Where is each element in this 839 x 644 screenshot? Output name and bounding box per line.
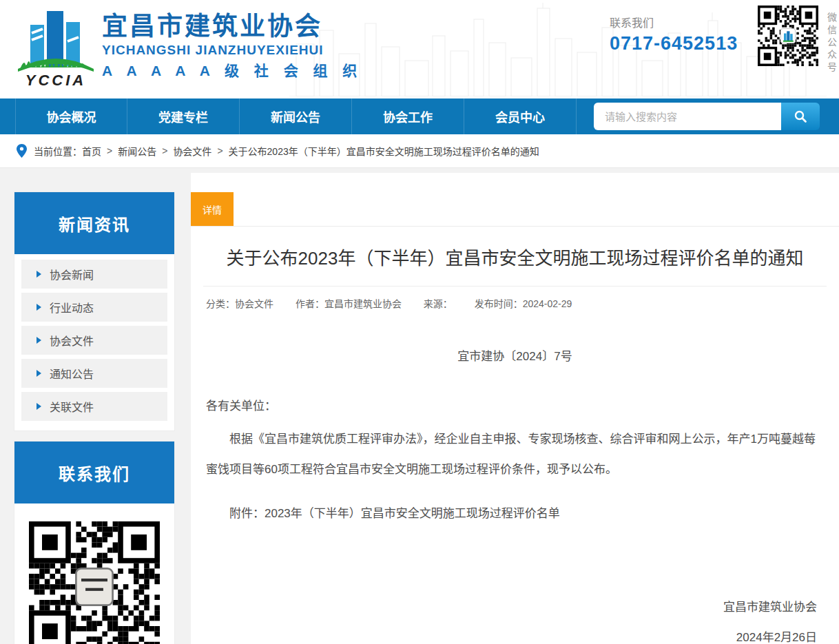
contact-phone: 0717-6452513 [610,33,738,54]
svg-text:YCCIA: YCCIA [25,72,86,89]
nav-item-members[interactable]: 会员中心 [464,98,577,134]
sidebar-item-label: 协会新闻 [50,266,94,282]
arrow-right-icon [37,271,41,278]
sidebar-contact-box: 联系我们 [14,441,175,644]
logo-buildings-icon: YCCIA [15,6,96,90]
main-nav: 协会概况 党建专栏 新闻公告 协会工作 会员中心 [0,98,839,134]
breadcrumb-home[interactable]: 首页 [82,144,101,158]
meta-category-label: 分类： [206,298,235,309]
sidebar-item-label: 协会文件 [50,332,94,349]
contact-qr-code [29,521,160,644]
article-body: 宜市建协〔2024〕7号 各有关单位： 根据《宜昌市建筑优质工程评审办法》，经企… [191,342,839,644]
sidebar-item-label: 行业动态 [50,299,94,315]
header-contact: 联系我们 0717-6452513 [610,14,738,54]
meta-author-label: 作者： [296,298,324,309]
attachment-line: 附件：2023年（下半年）宜昌市安全文明施工现场过程评价名单 [206,499,824,529]
arrow-right-icon [37,304,41,311]
meta-date-label: 发布时间： [475,298,523,309]
nav-item-overview[interactable]: 协会概况 [15,98,127,134]
search-bar [594,103,820,130]
sidebar-news-title: 新闻资讯 [14,192,174,254]
salutation: 各有关单位： [206,391,824,422]
breadcrumb: 当前位置： 首页 > 新闻公告 > 协会文件 > 关于公布2023年（下半年）宜… [0,134,839,168]
meta-source-label: 来源： [424,298,453,309]
site-title: 宜昌市建筑业协会 [102,12,362,41]
arrow-right-icon [37,403,41,410]
sidebar-item-label: 通知公告 [50,365,94,382]
breadcrumb-label: 当前位置： [34,144,82,158]
wechat-qr-code [758,6,818,66]
search-button[interactable] [781,103,820,130]
contact-label: 联系我们 [610,14,738,30]
tab-strip: 详情 [191,173,839,227]
site-title-pinyin: YICHANGSHI JIANZHUYEXIEHUI [102,41,362,59]
breadcrumb-news[interactable]: 新闻公告 [118,144,156,158]
meta-date: 2024-02-29 [523,298,572,309]
wechat-account-label: 微信公众号 [825,12,836,74]
site-logo[interactable]: YCCIA 宜昌市建筑业协会 YICHANGSHI JIANZHUYEXIEHU… [15,6,362,90]
location-pin-icon [17,144,27,158]
breadcrumb-current: 关于公布2023年（下半年）宜昌市安全文明施工现场过程评价名单的通知 [229,144,539,158]
arrow-right-icon [37,337,41,344]
content-panel: 详情 关于公布2023年（下半年）宜昌市安全文明施工现场过程评价名单的通知 分类… [191,173,839,644]
signer-name: 宜昌市建筑业协会 [206,592,817,623]
logo-text: 宜昌市建筑业协会 YICHANGSHI JIANZHUYEXIEHUI A A … [102,6,362,90]
article-title: 关于公布2023年（下半年）宜昌市安全文明施工现场过程评价名单的通知 [191,244,839,269]
tab-detail[interactable]: 详情 [191,192,234,226]
breadcrumb-separator: > [107,145,112,156]
city-skyline-decoration [289,3,827,96]
arrow-right-icon [37,370,41,377]
breadcrumb-category[interactable]: 协会文件 [173,144,211,158]
sidebar-item-notices[interactable]: 通知公告 [21,359,167,388]
signature-block: 宜昌市建筑业协会 2024年2月26日 [206,592,824,644]
sign-date: 2024年2月26日 [206,623,817,644]
sidebar-contact-title: 联系我们 [14,442,174,503]
sidebar-item-association-files[interactable]: 协会文件 [21,326,167,355]
breadcrumb-separator: > [162,145,167,156]
search-input[interactable] [594,103,781,130]
sidebar-item-label: 关联文件 [50,398,94,415]
meta-author: 宜昌市建筑业协会 [324,298,402,309]
sidebar-item-related-files[interactable]: 关联文件 [21,392,167,421]
site-rating-badge: A A A A A 级 社 会 组 织 [102,61,362,81]
nav-item-party[interactable]: 党建专栏 [127,98,240,134]
sidebar-news-list: 协会新闻 行业动态 协会文件 通知公告 关联文件 [14,254,174,421]
nav-item-work[interactable]: 协会工作 [352,98,464,134]
breadcrumb-separator: > [217,145,222,156]
search-icon [794,110,807,123]
sidebar-news-box: 新闻资讯 协会新闻 行业动态 协会文件 通知公告 关联文件 [14,191,175,431]
sidebar-item-association-news[interactable]: 协会新闻 [21,260,167,289]
document-number: 宜市建协〔2024〕7号 [206,342,824,372]
sidebar-item-industry-trends[interactable]: 行业动态 [21,293,167,322]
site-header: YCCIA 宜昌市建筑业协会 YICHANGSHI JIANZHUYEXIEHU… [0,0,839,98]
nav-item-news[interactable]: 新闻公告 [240,98,352,134]
article-meta: 分类：协会文件 作者：宜昌市建筑业协会 来源： 发布时间：2024-02-29 [191,287,839,310]
meta-category: 协会文件 [235,298,273,309]
body-paragraph: 根据《宜昌市建筑优质工程评审办法》，经企业自主申报、专家现场核查、综合评审和网上… [206,424,824,485]
